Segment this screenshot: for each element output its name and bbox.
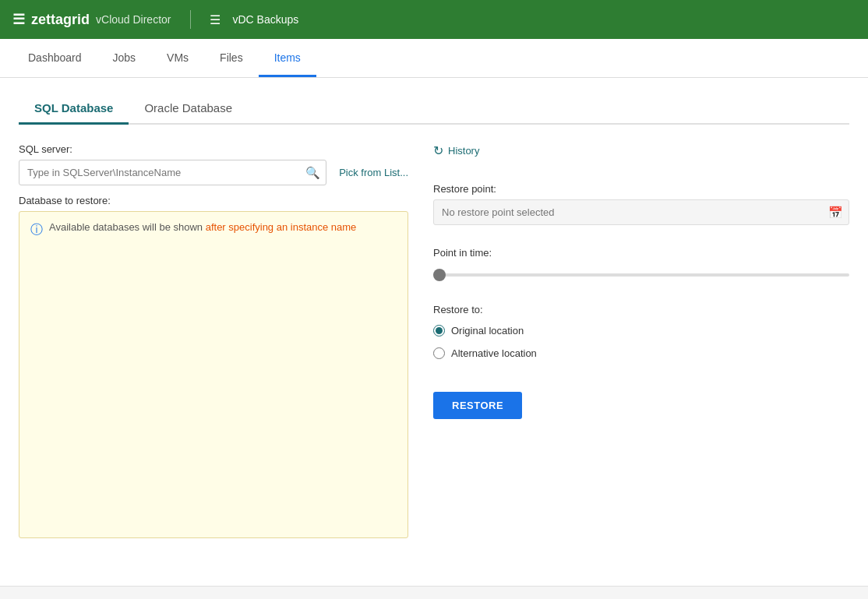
alternative-location-radio[interactable] [433, 347, 445, 359]
two-col-layout: SQL server: 🔍 Pick from List... Database… [19, 143, 849, 538]
point-in-time-slider[interactable] [433, 273, 849, 277]
restore-point-label: Restore point: [433, 183, 849, 195]
info-text: Available databases will be shown after … [49, 221, 356, 233]
search-input-wrapper: 🔍 [19, 160, 326, 185]
sql-server-row: 🔍 Pick from List... [19, 160, 408, 185]
original-location-radio[interactable] [433, 325, 445, 336]
tab-items[interactable]: Items [259, 39, 316, 77]
right-column: ↻ History Restore point: 📅 Point in time… [433, 143, 849, 538]
tab-vms[interactable]: VMs [151, 39, 204, 77]
sub-tab-sql-database[interactable]: SQL Database [19, 93, 129, 125]
search-icon-button[interactable]: 🔍 [305, 166, 320, 180]
left-column: SQL server: 🔍 Pick from List... Database… [19, 143, 408, 538]
point-in-time-label: Point in time: [433, 247, 849, 259]
info-icon: ⓘ [30, 222, 43, 238]
tab-dashboard[interactable]: Dashboard [12, 39, 97, 77]
alternative-location-option[interactable]: Alternative location [433, 347, 849, 359]
topbar-section-name: vDC Backups [233, 13, 299, 26]
main-content: SQL Database Oracle Database SQL server:… [0, 78, 868, 554]
pick-from-list-button[interactable]: Pick from List... [339, 167, 408, 178]
restore-button[interactable]: RESTORE [433, 392, 522, 419]
alternative-location-label: Alternative location [451, 347, 537, 359]
restore-point-input-wrapper: 📅 [433, 199, 849, 225]
history-row: ↻ History [433, 143, 849, 158]
topbar-menu-icon[interactable]: ☰ [210, 12, 221, 27]
tab-jobs[interactable]: Jobs [97, 39, 152, 77]
right-panel: ↻ History Restore point: 📅 Point in time… [433, 143, 849, 419]
info-text-highlight: after specifying an instance name [206, 221, 357, 233]
topbar: ☰ zettagrid vCloud Director ☰ vDC Backup… [0, 0, 868, 39]
info-text-prefix: Available databases will be shown [49, 221, 206, 233]
restore-point-input[interactable] [433, 199, 849, 225]
hamburger-icon: ☰ [12, 11, 25, 28]
nav-tabs-bar: Dashboard Jobs VMs Files Items [0, 39, 868, 78]
sql-server-label: SQL server: [19, 143, 408, 155]
database-to-restore-label: Database to restore: [19, 195, 408, 206]
history-label: History [448, 145, 479, 157]
sub-tab-oracle-database[interactable]: Oracle Database [129, 93, 248, 125]
info-box: ⓘ Available databases will be shown afte… [19, 211, 408, 538]
restore-button-wrapper: RESTORE [433, 386, 849, 419]
tab-files[interactable]: Files [204, 39, 259, 77]
restore-to-label: Restore to: [433, 304, 849, 315]
original-location-label: Original location [451, 325, 524, 336]
app-name: vCloud Director [96, 13, 171, 26]
history-icon: ↻ [433, 143, 443, 158]
sub-tabs: SQL Database Oracle Database [19, 93, 849, 125]
calendar-icon-button[interactable]: 📅 [828, 206, 843, 220]
logo-text: zettagrid [31, 12, 90, 28]
restore-to-section: Restore to: Original location Alternativ… [433, 304, 849, 370]
original-location-option[interactable]: Original location [433, 325, 849, 336]
restore-point-section: Restore point: 📅 [433, 183, 849, 225]
sql-server-input[interactable] [19, 160, 326, 185]
slider-section: Point in time: [433, 247, 849, 279]
history-button[interactable]: ↻ History [433, 143, 479, 158]
topbar-divider [190, 10, 191, 29]
brand: ☰ zettagrid vCloud Director [12, 11, 171, 28]
